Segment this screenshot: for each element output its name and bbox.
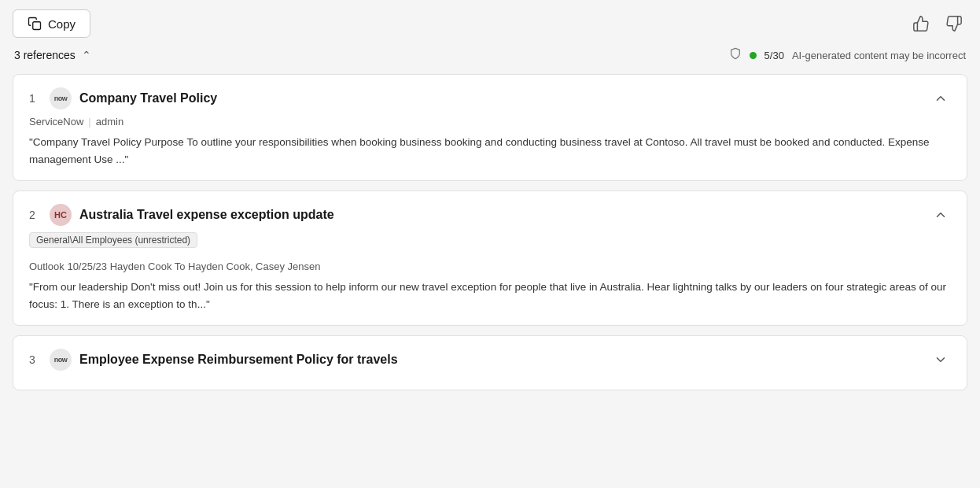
reference-card-2: 2 HC Australia Travel expense exception … [13, 190, 967, 326]
expand-card-3-button[interactable] [930, 349, 951, 370]
thumbs-up-button[interactable] [908, 10, 934, 37]
status-dot [750, 52, 757, 59]
svg-rect-0 [33, 22, 41, 30]
references-count-section: 3 references ⌃ [14, 49, 91, 61]
card-header-2: 2 HC Australia Travel expense exception … [29, 204, 951, 226]
chevron-up-icon-2 [934, 208, 948, 222]
card-header-left-1: 1 now Company Travel Policy [29, 87, 217, 109]
shield-icon [729, 47, 742, 63]
avatar-2: HC [50, 204, 72, 226]
chevron-up-icon-1 [934, 91, 948, 105]
reference-card-1: 1 now Company Travel Policy ServiceNow |… [13, 74, 967, 181]
card-excerpt-2: "From our leadership Don't miss out! Joi… [29, 279, 951, 312]
card-author-1: admin [96, 116, 123, 128]
reference-card-3: 3 now Employee Expense Reimbursement Pol… [13, 335, 967, 390]
avatar-3: now [50, 349, 72, 371]
ai-disclaimer: AI-generated content may be incorrect [792, 50, 966, 61]
collapse-references-button[interactable]: ⌃ [82, 49, 91, 61]
thumbs-down-button[interactable] [941, 10, 967, 37]
avatar-1: now [50, 87, 72, 109]
top-bar: Copy [13, 9, 967, 38]
card-title-2: Australia Travel expense exception updat… [79, 208, 334, 222]
chevron-down-icon-3 [934, 353, 948, 367]
card-meta-1: ServiceNow | admin [29, 116, 951, 128]
copy-button[interactable]: Copy [13, 9, 90, 38]
card-title-1: Company Travel Policy [79, 91, 217, 105]
references-count: 3 references [14, 49, 76, 61]
tag-badge-2: General\All Employees (unrestricted) [29, 232, 197, 248]
tag-section-2: General\All Employees (unrestricted) [29, 232, 951, 254]
references-status-section: 5/30 AI-generated content may be incorre… [729, 47, 966, 63]
card-source-1: ServiceNow [29, 116, 83, 128]
outlook-meta-text-2: Outlook 10/25/23 Hayden Cook To Hayden C… [29, 261, 321, 272]
thumbs-down-icon [945, 15, 963, 32]
card-header-3: 3 now Employee Expense Reimbursement Pol… [29, 349, 951, 371]
copy-label: Copy [48, 17, 76, 31]
card-outlook-meta-2: Outlook 10/25/23 Hayden Cook To Hayden C… [29, 261, 951, 272]
card-header-1: 1 now Company Travel Policy [29, 87, 951, 109]
thumbs-up-icon [912, 15, 930, 32]
references-bar: 3 references ⌃ 5/30 AI-generated content… [13, 47, 967, 63]
collapse-card-2-button[interactable] [930, 205, 951, 225]
top-right-actions [908, 10, 967, 37]
card-excerpt-1: "Company Travel Policy Purpose To outlin… [29, 134, 951, 168]
ref-number-1: 1 [29, 92, 42, 105]
card-header-left-3: 3 now Employee Expense Reimbursement Pol… [29, 349, 398, 371]
collapse-card-1-button[interactable] [930, 88, 951, 109]
ref-number-2: 2 [29, 209, 42, 221]
ref-number-3: 3 [29, 353, 42, 366]
card-title-3: Employee Expense Reimbursement Policy fo… [79, 353, 398, 367]
copy-icon [28, 17, 42, 31]
quota-text: 5/30 [764, 50, 784, 61]
card-header-left-2: 2 HC Australia Travel expense exception … [29, 204, 334, 226]
